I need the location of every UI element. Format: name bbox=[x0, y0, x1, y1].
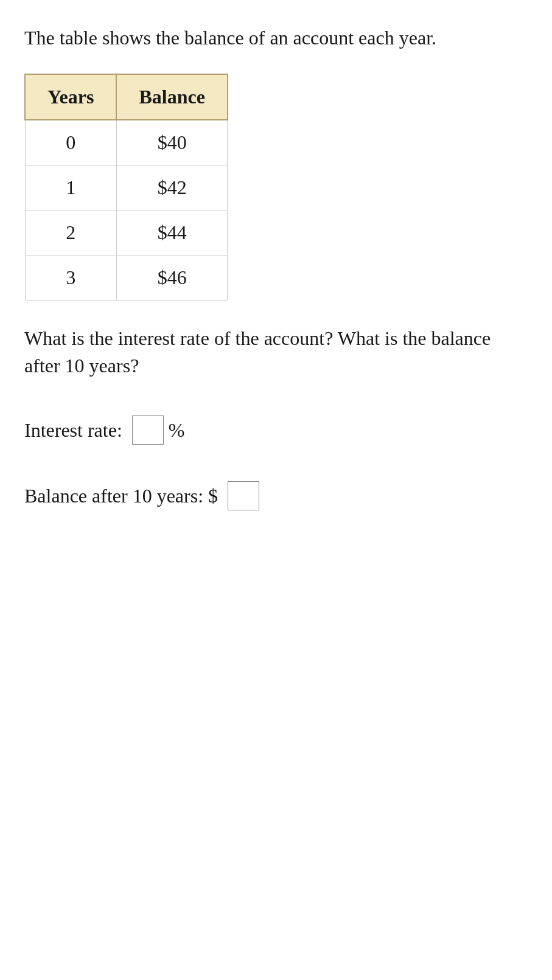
data-table: Years Balance 0$401$422$443$46 bbox=[24, 74, 228, 301]
intro-text: The table shows the balance of an accoun… bbox=[24, 24, 528, 52]
table-row: 1$42 bbox=[25, 165, 228, 210]
cell-year: 1 bbox=[25, 165, 116, 210]
table-row: 3$46 bbox=[25, 255, 228, 300]
balance-after-input[interactable] bbox=[228, 481, 259, 510]
cell-balance: $42 bbox=[116, 165, 227, 210]
cell-balance: $44 bbox=[116, 210, 227, 255]
table-row: 0$40 bbox=[25, 120, 228, 165]
interest-rate-label: Interest rate: bbox=[24, 419, 122, 442]
col-header-balance: Balance bbox=[116, 74, 227, 120]
balance-after-label: Balance after 10 years: $ bbox=[24, 485, 218, 507]
interest-rate-suffix: % bbox=[169, 419, 185, 442]
balance-after-row: Balance after 10 years: $ bbox=[24, 481, 528, 510]
question-text: What is the interest rate of the account… bbox=[24, 325, 528, 380]
interest-rate-input[interactable] bbox=[132, 415, 164, 445]
table-row: 2$44 bbox=[25, 210, 228, 255]
cell-year: 3 bbox=[25, 255, 116, 300]
cell-balance: $40 bbox=[116, 120, 227, 165]
cell-balance: $46 bbox=[116, 255, 227, 300]
cell-year: 2 bbox=[25, 210, 116, 255]
interest-rate-row: Interest rate: % bbox=[24, 415, 528, 445]
cell-year: 0 bbox=[25, 120, 116, 165]
col-header-years: Years bbox=[25, 74, 116, 120]
